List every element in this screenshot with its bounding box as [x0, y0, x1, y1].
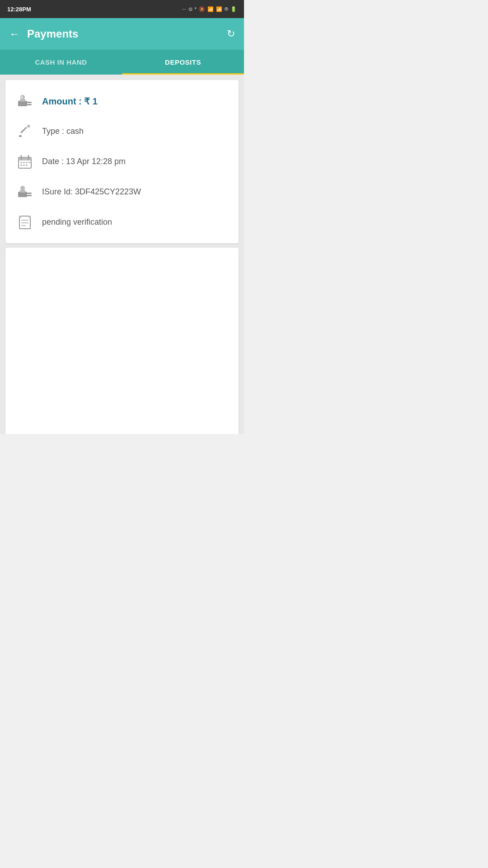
mute-icon: 🔕 [199, 6, 205, 12]
date-icon [14, 151, 35, 172]
status-row: pending verification [14, 212, 230, 232]
type-row: Type : cash [14, 121, 230, 142]
svg-rect-19 [26, 165, 28, 166]
date-value: Date : 13 Apr 12:28 pm [42, 157, 126, 166]
signal-icon: 📶 [216, 6, 222, 12]
svg-rect-7 [27, 124, 30, 127]
content-area: $ Amount : ₹ 1 Type : cash [0, 75, 244, 434]
bluetooth-icon: * [195, 6, 197, 12]
svg-rect-13 [20, 162, 22, 163]
svg-rect-3 [27, 104, 32, 105]
svg-rect-30 [28, 216, 31, 218]
type-value: Type : cash [42, 127, 84, 136]
svg-rect-29 [19, 216, 21, 218]
app-header: ← Payments ↻ [0, 18, 244, 50]
location-icon: ⊙ [188, 6, 192, 12]
svg-rect-23 [27, 195, 32, 196]
svg-rect-16 [28, 162, 30, 163]
amount-value: Amount : ₹ 1 [42, 96, 98, 107]
date-row: Date : 13 Apr 12:28 pm [14, 151, 230, 172]
battery-icon: 🔋 [230, 6, 237, 12]
tab-deposits[interactable]: DEPOSITS [122, 50, 244, 75]
isure-row: ISure Id: 3DF425CY2223W [14, 182, 230, 202]
type-icon [14, 121, 35, 142]
status-value: pending verification [42, 217, 112, 227]
status-time: 12:28PM [7, 6, 31, 13]
svg-point-24 [20, 186, 25, 190]
tab-cash-in-hand[interactable]: CASH IN HAND [0, 50, 122, 75]
empty-card [5, 248, 239, 434]
payment-card: $ Amount : ₹ 1 Type : cash [5, 80, 239, 243]
svg-text:$: $ [21, 96, 23, 99]
amount-row: $ Amount : ₹ 1 [14, 91, 230, 111]
svg-rect-18 [23, 165, 25, 166]
isure-icon [14, 182, 35, 202]
wifi-icon: 📶 [207, 6, 214, 12]
status-icon [14, 212, 35, 232]
tab-bar: CASH IN HAND DEPOSITS [0, 50, 244, 75]
svg-rect-6 [20, 127, 27, 133]
dots-icon: ··· [182, 6, 186, 12]
svg-rect-15 [26, 162, 28, 163]
svg-rect-2 [27, 102, 32, 103]
isure-id-value: ISure Id: 3DF425CY2223W [42, 187, 141, 197]
registered-icon: ® [225, 6, 228, 12]
back-button[interactable]: ← [9, 28, 20, 40]
status-bar: 12:28PM ··· ⊙ * 🔕 📶 📶 ® 🔋 [0, 0, 244, 18]
refresh-button[interactable]: ↻ [227, 28, 235, 40]
status-icons: ··· ⊙ * 🔕 📶 📶 ® 🔋 [182, 6, 237, 12]
svg-rect-8 [19, 135, 22, 137]
svg-rect-14 [23, 162, 25, 163]
svg-rect-22 [27, 193, 32, 194]
page-title: Payments [27, 28, 227, 40]
svg-rect-17 [20, 165, 22, 166]
amount-icon: $ [14, 91, 35, 111]
svg-rect-10 [19, 157, 31, 160]
